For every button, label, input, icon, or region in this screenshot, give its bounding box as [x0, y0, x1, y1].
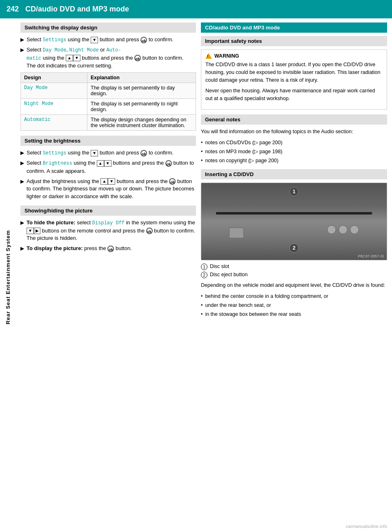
- cd-eject-btn: [229, 228, 244, 238]
- warning-para-2: Never open the housing. Always have main…: [205, 87, 383, 103]
- table-col-design: Design: [21, 73, 87, 83]
- table-row: AutomaticThe display design changes depe…: [21, 115, 196, 131]
- cd-slot: [216, 212, 372, 215]
- mono-settings-2: Settings: [43, 150, 67, 156]
- header-title: CD/audio DVD and MP3 mode: [25, 5, 129, 13]
- bullet-display-text-2: To display the picture: press the ok but…: [27, 245, 196, 253]
- warning-para-1: The CD/DVD drive is a class 1 laser prod…: [205, 61, 383, 84]
- arrow-icon-2: ▶: [20, 47, 24, 70]
- up-btn-b: ▲: [97, 160, 104, 167]
- ok-icon-b3: ok: [169, 178, 176, 185]
- dot-note: The dot indicates the current setting.: [27, 63, 112, 69]
- bold-display: To display the picture:: [27, 245, 83, 251]
- right-column: CD/audio DVD and MP3 mode Important safe…: [201, 22, 387, 323]
- bullet-brightness-3: ▶ Adjust the brightness using the ▲▼ but…: [20, 178, 196, 201]
- num-circle: 1: [201, 264, 207, 270]
- table-cell-design: Automatic: [21, 115, 87, 131]
- arrow-icon-3: ▶: [20, 150, 24, 157]
- table-row: Night ModeThe display is set permanently…: [21, 99, 196, 115]
- arrow-icon-7: ▶: [20, 245, 24, 253]
- section-inserting: Inserting a CD/DVD 1 2 P82.87-2057-31 1D…: [201, 169, 387, 318]
- inserting-header: Inserting a CD/DVD: [201, 169, 387, 179]
- numbered-item: 2Disc eject button: [201, 272, 387, 278]
- table-cell-explanation: The display is set permanently to day de…: [87, 83, 196, 99]
- list-item: behind the center console in a folding c…: [201, 293, 387, 300]
- general-items-list: notes on CDs/DVDs (▷ page 200)notes on M…: [201, 139, 387, 164]
- left-column: Switching the display design ▶ Select Se…: [20, 22, 196, 323]
- arrow-icon-4: ▶: [20, 160, 24, 175]
- content-area: Switching the display design ▶ Select Se…: [16, 18, 392, 327]
- numbered-item: 1Disc slot: [201, 264, 387, 270]
- down-btn-h1: ▼: [27, 228, 34, 234]
- cd-btn-1: [327, 225, 336, 234]
- list-item: in the stowage box between the rear seat…: [201, 311, 387, 318]
- bullet-brightness-text-2: Select Brightness using the ▲▼ buttons a…: [27, 159, 196, 175]
- arrow-icon-6: ▶: [20, 219, 24, 242]
- section-switching-header: Switching the display design: [20, 22, 196, 33]
- bold-hide: To hide the picture:: [27, 219, 76, 226]
- bullet-hide-1: ▶ To hide the picture: select Display Of…: [20, 219, 196, 242]
- general-intro: You will find information on the followi…: [201, 128, 387, 136]
- ok-icon-b2: ok: [165, 160, 172, 167]
- list-item: notes on CDs/DVDs (▷ page 200): [201, 139, 387, 146]
- bullet-brightness-1: ▶ Select Settings using the ▼ button and…: [20, 149, 196, 157]
- num-label: Disc eject button: [210, 272, 247, 278]
- up-btn-b3: ▲: [100, 178, 108, 185]
- mono-day-mode: Day Mode: [43, 47, 67, 53]
- cd-buttons-row: [327, 225, 359, 234]
- header-bar: 242 CD/audio DVD and MP3 mode: [0, 0, 392, 18]
- bullet-brightness-2: ▶ Select Brightness using the ▲▼ buttons…: [20, 159, 196, 175]
- down-btn-icon-1: ▼: [91, 37, 98, 43]
- arrow-icon-5: ▶: [20, 178, 24, 201]
- page-number: 242: [7, 5, 19, 13]
- bullet-brightness-text-1: Select Settings using the ▼ button and p…: [27, 149, 196, 157]
- table-cell-explanation: The display is set permanently to night …: [87, 99, 196, 115]
- ok-icon-b1: ok: [140, 150, 147, 156]
- arrow-icon-1: ▶: [20, 36, 24, 44]
- table-cell-design: Night Mode: [21, 99, 87, 115]
- mono-night-mode: Night Mode: [69, 47, 99, 53]
- cd-btn-3: [350, 225, 359, 234]
- cd-label-2: 2: [290, 244, 298, 253]
- warning-triangle-icon: [205, 53, 212, 59]
- warning-label: WARNING: [214, 53, 239, 59]
- bullet-hide-text-1: To hide the picture: select Display Off …: [27, 219, 196, 242]
- warning-box: WARNING The CD/DVD drive is a class 1 la…: [201, 49, 387, 110]
- list-item: notes on MP3 mode (▷ page 198): [201, 148, 387, 155]
- mono-settings-1: Settings: [43, 37, 67, 43]
- table-row: Day ModeThe display is set permanently t…: [21, 83, 196, 99]
- bullet-settings-1: ▶ Select Settings using the ▼ button and…: [20, 36, 196, 44]
- list-item: notes on copyright (▷ page 200): [201, 157, 387, 164]
- cd-dvd-image: 1 2 P82.87-2057-31: [201, 183, 387, 260]
- inserting-para: Depending on the vehicle model and equip…: [201, 282, 387, 289]
- ok-icon-2: ok: [134, 55, 141, 61]
- bullet-settings-text-2: Select Day Mode, Night Mode or Auto-mati…: [27, 46, 196, 70]
- bullet-settings-text-1: Select Settings using the ▼ button and p…: [27, 36, 196, 44]
- design-table: Design Explanation Day ModeThe display i…: [20, 72, 196, 131]
- section-safety: Important safety notes WARNING The CD/DV…: [201, 36, 387, 110]
- list-item: under the rear bench seat, or: [201, 302, 387, 309]
- cd-btn-2: [339, 225, 347, 234]
- cd-label-1: 1: [290, 187, 298, 196]
- picture-hidden-note: The picture is hidden.: [27, 235, 77, 241]
- section-brightness-header: Setting the brightness: [20, 136, 196, 146]
- watermark: carmanualsoline.info: [346, 524, 387, 529]
- ok-icon-h1: ok: [146, 228, 153, 234]
- bullet-settings-2: ▶ Select Day Mode, Night Mode or Auto-ma…: [20, 46, 196, 70]
- sidebar-label: Rear Seat Entertainment System: [0, 22, 16, 532]
- bullet-brightness-text-3: Adjust the brightness using the ▲▼ butto…: [27, 178, 196, 201]
- down-btn-b3: ▼: [108, 178, 115, 185]
- num-label: Disc slot: [210, 264, 229, 270]
- inserting-locations-list: behind the center console in a folding c…: [201, 293, 387, 318]
- right-section-header: CD/audio DVD and MP3 mode: [201, 22, 387, 33]
- table-cell-explanation: The display design changes depending on …: [87, 115, 196, 131]
- inserting-numbered-list: 1Disc slot2Disc eject button: [201, 264, 387, 278]
- mono-brightness: Brightness: [43, 161, 72, 166]
- right-btn-h1: ▶: [34, 228, 40, 234]
- table-col-explanation: Explanation: [87, 73, 196, 83]
- down-btn-icon-2: ▼: [73, 55, 80, 61]
- section-general: General notes You will find information …: [201, 114, 387, 164]
- sidebar-text: Rear Seat Entertainment System: [5, 230, 11, 324]
- section-brightness: Setting the brightness ▶ Select Settings…: [20, 136, 196, 201]
- safety-header: Important safety notes: [201, 36, 387, 46]
